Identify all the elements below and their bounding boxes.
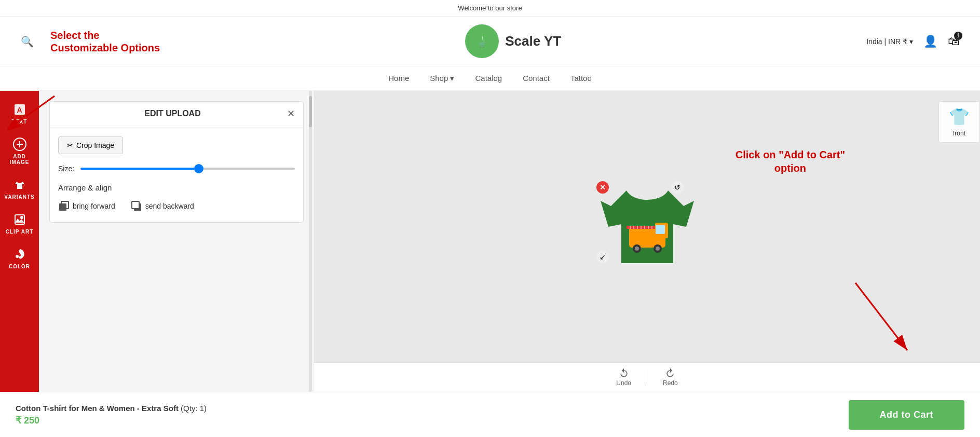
nav-contact[interactable]: Contact	[523, 74, 550, 83]
annotation-select-line1: Select the	[50, 29, 160, 42]
redo-button[interactable]: Redo	[663, 368, 678, 387]
undo-icon	[619, 368, 629, 378]
header-right: India | INR ₹ ▾ 👤 🛍 1	[866, 35, 959, 48]
nav-home[interactable]: Home	[388, 74, 409, 83]
sidebar-add-image-label: ADD IMAGE	[3, 154, 36, 165]
color-icon	[12, 247, 27, 262]
sidebar-item-add-image[interactable]: ADD IMAGE	[0, 131, 39, 171]
nav-catalog[interactable]: Catalog	[475, 74, 502, 83]
svg-point-23	[635, 247, 639, 251]
logo-svg: ↑ 🛒	[472, 31, 493, 52]
svg-rect-26	[656, 225, 665, 234]
nav-tattoo[interactable]: Tattoo	[570, 74, 592, 83]
product-info: Cotton T-shirt for Men & Women - Extra S…	[16, 404, 207, 426]
top-banner: Welcome to our store	[0, 0, 980, 17]
product-qty: (Qty: 1)	[181, 404, 207, 413]
edit-upload-title: EDIT UPLOAD	[58, 109, 287, 118]
banner-text: Welcome to our store	[458, 4, 522, 12]
arrange-btns: bring forward send backward	[58, 200, 295, 212]
header-logo: ↑ 🛒 Scale YT	[465, 24, 561, 58]
svg-text:🛒: 🛒	[479, 41, 486, 48]
annotation-cart-line2: option	[736, 161, 845, 175]
tshirt-rotate-button[interactable]: ↺	[671, 181, 684, 194]
svg-text:↑: ↑	[481, 34, 484, 42]
svg-rect-17	[132, 201, 139, 209]
tshirt-scale-button[interactable]: ↙	[596, 251, 609, 263]
redo-icon	[665, 368, 675, 378]
currency-chevron-icon: ▾	[909, 37, 913, 46]
panel-area: EDIT UPLOAD ✕ ✂ Crop Image Size: Arrange…	[39, 91, 314, 392]
edit-upload-panel: EDIT UPLOAD ✕ ✂ Crop Image Size: Arrange…	[49, 101, 304, 223]
sidebar-text-label: TEXT	[12, 119, 28, 125]
svg-point-10	[20, 216, 23, 219]
send-backward-icon	[131, 200, 142, 212]
crop-image-button[interactable]: ✂ Crop Image	[58, 136, 123, 154]
scroll-indicator[interactable]	[309, 91, 312, 392]
slider-fill	[80, 168, 198, 170]
sidebar-item-clip-art[interactable]: CLIP ART	[0, 206, 39, 241]
text-icon: A	[12, 102, 27, 117]
svg-rect-8	[15, 215, 24, 224]
canvas-area: Click on "Add to Cart" option	[314, 91, 980, 392]
add-to-cart-button[interactable]: Add to Cart	[849, 400, 965, 430]
header-left: 🔍 Select the Customizable Options	[21, 29, 160, 54]
sidebar-clip-art-label: CLIP ART	[6, 229, 34, 235]
product-price: ₹ 250	[16, 415, 207, 426]
sidebar-item-variants[interactable]: VARIANTS	[0, 171, 39, 206]
add-image-icon	[12, 137, 27, 152]
front-tshirt-icon: 👕	[949, 107, 970, 127]
product-name-row: Cotton T-shirt for Men & Women - Extra S…	[16, 404, 207, 413]
sidebar-item-color[interactable]: COLOR	[0, 241, 39, 276]
variants-icon	[12, 177, 27, 192]
bring-forward-button[interactable]: bring forward	[58, 200, 115, 212]
annotation-select-line2: Customizable Options	[50, 42, 160, 54]
edit-upload-close-button[interactable]: ✕	[287, 108, 295, 119]
sidebar-item-text[interactable]: A TEXT	[0, 96, 39, 131]
sidebar: A TEXT ADD IMAGE VARIANTS	[0, 91, 39, 392]
search-icon[interactable]: 🔍	[21, 35, 34, 48]
nav: Home Shop ▾ Catalog Contact Tattoo	[0, 66, 980, 91]
svg-text:A: A	[17, 106, 22, 114]
svg-point-25	[656, 247, 660, 251]
arrange-label: Arrange & align	[58, 183, 295, 192]
product-name: Cotton T-shirt for Men & Women - Extra S…	[16, 404, 179, 413]
currency-selector[interactable]: India | INR ₹ ▾	[866, 37, 913, 46]
bring-forward-icon	[58, 200, 70, 212]
front-label: front	[953, 130, 965, 137]
annotation-cart: Click on "Add to Cart" option	[736, 148, 845, 175]
svg-rect-14	[59, 203, 66, 211]
logo-icon: ↑ 🛒	[465, 24, 499, 58]
svg-point-11	[16, 255, 19, 258]
size-row: Size:	[58, 165, 295, 173]
annotation-cart-line1: Click on "Add to Cart"	[736, 148, 845, 161]
tshirt-remove-button[interactable]: ✕	[596, 181, 609, 194]
sidebar-color-label: COLOR	[9, 264, 30, 269]
scroll-thumb	[309, 96, 312, 127]
currency-text: India | INR ₹	[866, 37, 907, 46]
header: 🔍 Select the Customizable Options ↑ 🛒 Sc…	[0, 17, 980, 66]
canvas-main: ✕ ↺ ↙ 👕 front	[314, 91, 980, 362]
cart-icon-wrap[interactable]: 🛍 1	[948, 35, 959, 48]
undo-redo-divider	[647, 370, 647, 385]
slider-thumb[interactable]	[194, 164, 203, 173]
size-label: Size:	[58, 165, 74, 173]
size-slider[interactable]	[80, 168, 295, 170]
edit-upload-header: EDIT UPLOAD ✕	[50, 102, 303, 126]
sidebar-variants-label: VARIANTS	[4, 194, 34, 200]
tshirt-container: ✕ ↺ ↙	[595, 180, 699, 274]
cart-badge: 1	[954, 32, 962, 40]
undo-redo-bar: Undo Redo	[314, 362, 980, 392]
svg-marker-9	[15, 218, 24, 223]
user-icon[interactable]: 👤	[923, 35, 937, 48]
nav-shop[interactable]: Shop ▾	[430, 74, 454, 83]
send-backward-button[interactable]: send backward	[131, 200, 194, 212]
undo-button[interactable]: Undo	[616, 368, 631, 387]
tshirt-svg	[595, 180, 699, 274]
main-area: A TEXT ADD IMAGE VARIANTS	[0, 91, 980, 392]
front-panel: 👕 front	[938, 101, 980, 143]
bottom-bar: Cotton T-shirt for Men & Women - Extra S…	[0, 392, 980, 437]
crop-icon: ✂	[67, 141, 73, 149]
clip-art-icon	[12, 212, 27, 227]
edit-upload-body: ✂ Crop Image Size: Arrange & align	[50, 126, 303, 222]
nav-shop-chevron-icon: ▾	[450, 74, 454, 83]
